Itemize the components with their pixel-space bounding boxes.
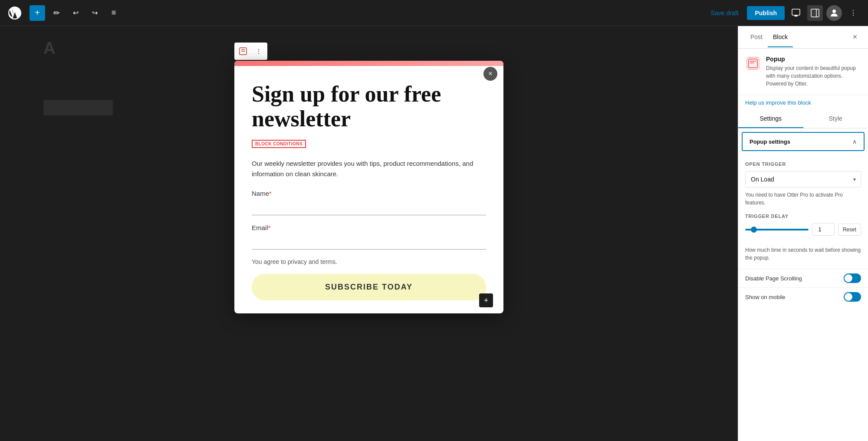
svg-rect-2 [795,15,797,16]
panel-close-button[interactable]: × [849,31,861,43]
name-input[interactable] [252,201,486,215]
help-link-section: Help us improve this block [738,95,868,110]
open-trigger-section: OPEN TRIGGER On Load On Click On Exit In… [738,155,868,214]
show-mobile-row: Show on mobile [738,287,868,306]
right-panel: Post Block × Popup Display your content … [738,26,868,441]
popup-description: Our weekly newsletter provides you with … [252,158,486,179]
save-draft-button[interactable]: Save draft [706,6,744,20]
block-type-icon [745,56,761,71]
panel-tabs: Post Block [745,27,793,47]
block-info-section: Popup Display your content in beautiful … [738,49,868,95]
bg-title: A [43,39,55,58]
trigger-delay-section: TRIGGER DELAY 1 Reset [738,214,868,243]
publish-button[interactable]: Publish [747,6,785,20]
tools-button[interactable]: ✏ [49,5,64,21]
open-trigger-label: OPEN TRIGGER [745,161,861,167]
view-button[interactable] [788,5,804,21]
block-conditions-area: BLOCK CONDITIONS [252,140,486,153]
popup-close-button[interactable]: × [483,67,497,81]
email-label: Email* [252,224,486,231]
disable-scrolling-row: Disable Page Scrolling [738,269,868,287]
svg-rect-3 [811,9,819,17]
popup-block-wrapper: ⋮ × Sign up for our free newsletter BLOC… [234,61,503,313]
svg-rect-0 [792,9,800,15]
tab-settings[interactable]: Settings [738,110,803,128]
sidebar-toggle-button[interactable] [807,5,823,21]
trigger-delay-label: TRIGGER DELAY [745,214,861,219]
delay-row: 1 Reset [745,223,861,236]
block-info-text: Popup Display your content in beautiful … [766,56,861,88]
block-conditions-badge[interactable]: BLOCK CONDITIONS [252,140,306,148]
show-mobile-toggle[interactable] [844,292,861,302]
wp-logo[interactable] [7,5,23,21]
reset-delay-button[interactable]: Reset [838,224,861,236]
subscribe-wrapper: SUBSCRIBE TODAY + [252,274,486,300]
help-improve-link[interactable]: Help us improve this block [745,99,811,106]
tab-block[interactable]: Block [768,27,793,47]
main-layout: A ⋮ × Sign up for our fr [0,26,868,441]
block-description: Display your content in beautiful popup … [766,64,861,88]
block-name: Popup [766,56,861,63]
popup-header-bar [234,61,503,66]
name-form-group: Name* [252,190,486,215]
document-overview-button[interactable]: ≡ [106,5,122,21]
subscribe-button[interactable]: SUBSCRIBE TODAY [252,274,486,300]
tab-post[interactable]: Post [745,27,768,47]
undo-button[interactable]: ↩ [68,5,83,21]
popup-settings-accordion[interactable]: Popup settings ∧ [742,132,865,151]
popup-content: Sign up for our free newsletter BLOCK CO… [234,66,503,313]
panel-header: Post Block × [738,26,868,49]
open-trigger-select[interactable]: On Load On Click On Exit Intent On Scrol… [745,171,861,188]
disable-scrolling-toggle[interactable] [844,273,861,283]
svg-rect-1 [794,16,798,16]
add-block-button[interactable]: + [30,5,45,21]
popup-title: Sign up for our free newsletter [252,82,486,131]
name-label: Name* [252,190,486,197]
open-trigger-select-wrapper: On Load On Click On Exit Intent On Scrol… [745,171,861,188]
user-avatar-button[interactable] [826,5,842,21]
show-mobile-label: Show on mobile [745,294,786,300]
bg-block [43,100,113,115]
block-more-options-button[interactable]: ⋮ [252,44,266,58]
add-block-after-button[interactable]: + [479,293,493,307]
chevron-up-icon: ∧ [852,138,857,145]
email-required: * [268,224,271,231]
redo-button[interactable]: ↪ [87,5,102,21]
trigger-help-text: You need to have Otter Pro to activate P… [745,191,861,207]
settings-style-tabs: Settings Style [738,110,868,128]
accordion-title: Popup settings [750,138,790,145]
block-toolbar: ⋮ [234,43,267,60]
privacy-text: You agree to privacy and terms. [252,258,486,265]
block-icon-button[interactable] [236,44,250,58]
email-input[interactable] [252,235,486,250]
tab-style[interactable]: Style [803,110,868,128]
trigger-delay-input[interactable]: 1 [812,223,835,236]
email-form-group: Email* [252,224,486,250]
editor-canvas: A ⋮ × Sign up for our fr [0,26,738,441]
trigger-delay-slider[interactable] [745,229,809,230]
name-required: * [269,190,272,197]
main-toolbar: + ✏ ↩ ↪ ≡ Save draft Publish ⋮ [0,0,868,26]
disable-scrolling-label: Disable Page Scrolling [745,275,802,282]
delay-help-text: How much time in seconds to wait before … [738,246,868,269]
popup-modal: × Sign up for our free newsletter BLOCK … [234,61,503,313]
more-options-button[interactable]: ⋮ [845,5,861,21]
svg-point-5 [832,10,836,13]
